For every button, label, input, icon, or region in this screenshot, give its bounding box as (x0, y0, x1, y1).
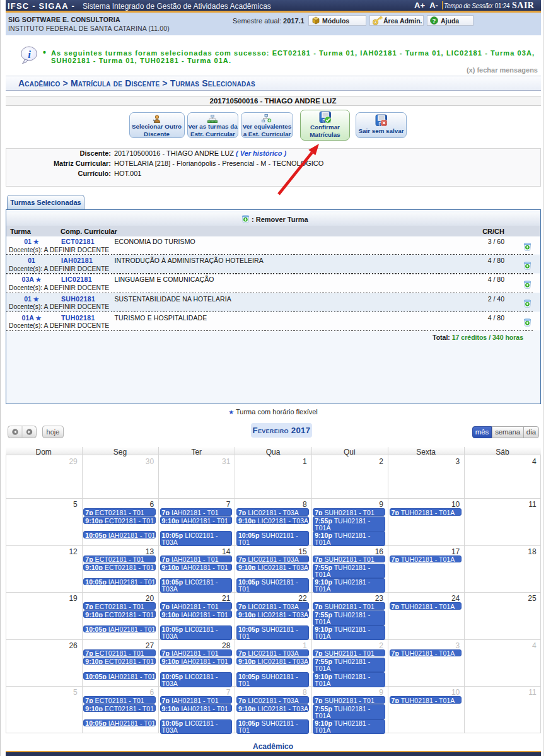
svg-text:i: i (28, 49, 31, 61)
svg-text:?: ? (433, 17, 436, 24)
